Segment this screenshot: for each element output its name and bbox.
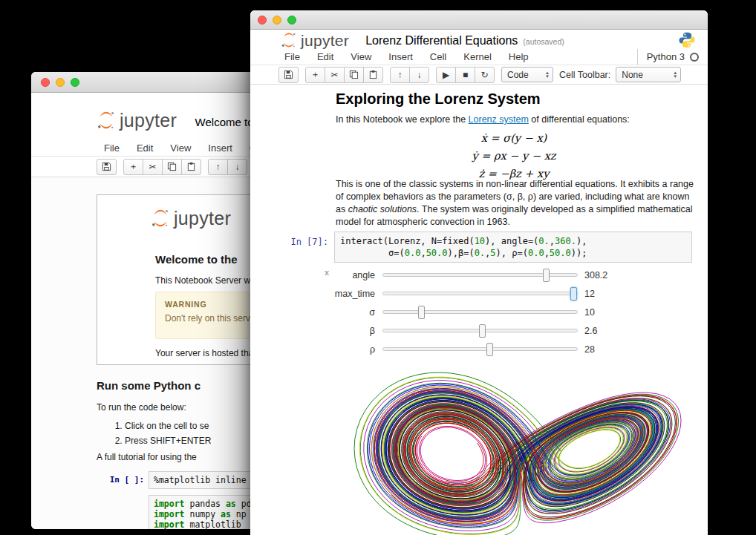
save-button[interactable] (278, 67, 299, 83)
welcome-intro: This Notebook Server was (155, 275, 260, 286)
cell-type-select[interactable]: Code ▲▼ (501, 67, 553, 82)
python-logo-icon (678, 31, 696, 52)
slider-track[interactable] (382, 347, 578, 351)
close-window-button[interactable] (41, 78, 50, 87)
jupyter-logo: jupyter (97, 111, 177, 130)
paste-cell-button[interactable] (181, 159, 201, 175)
select-stepper-icon: ▲▼ (670, 71, 680, 79)
code-input[interactable]: interact(Lorenz, N=fixed(10), angle=(0.,… (334, 232, 692, 263)
fg-menu-insert[interactable]: Insert (388, 51, 413, 62)
fg-menu-bar: FileEditViewInsertCellKernelHelp Python … (250, 49, 708, 65)
slider-handle[interactable] (486, 343, 493, 356)
minimize-window-button[interactable] (273, 16, 281, 24)
slider-value: 28 (584, 344, 595, 355)
slider-group: angle308.2max_time12σ10β2.6ρ28 (250, 266, 708, 358)
widget-close-button[interactable]: x (325, 268, 329, 277)
welcome-heading: Welcome to the (155, 253, 238, 266)
fg-titlebar[interactable] (250, 10, 708, 30)
jupyter-wordmark: jupyter (174, 209, 231, 228)
minimize-window-button[interactable] (56, 78, 65, 87)
jupyter-wordmark: jupyter (301, 33, 349, 48)
cell-toolbar-select[interactable]: None ▲▼ (616, 67, 681, 82)
slider-handle[interactable] (570, 287, 577, 301)
section-intro: To run the code below: (97, 402, 186, 413)
slider-row-angle: angle308.2 (250, 266, 708, 284)
slider-label: ρ (250, 344, 375, 355)
fg-menu-cell[interactable]: Cell (430, 51, 446, 62)
kernel-indicator: Python 3 (637, 49, 708, 65)
slider-track[interactable] (382, 292, 578, 295)
paste-cell-button[interactable] (363, 67, 383, 83)
kernel-status-icon (690, 53, 699, 62)
cell-prompt: In [ ]: (31, 471, 149, 489)
slider-value: 12 (584, 289, 595, 299)
slider-label: σ (250, 307, 375, 318)
jupyter-icon (97, 111, 116, 130)
copy-cell-button[interactable] (344, 67, 364, 83)
slider-label: max_time (250, 289, 375, 299)
slider-track[interactable] (382, 310, 578, 314)
copy-cell-button[interactable] (162, 159, 182, 175)
equation-block: ẋ = σ(y − x)ẏ = ρx − y − xzż = −βz + xy (351, 129, 677, 183)
zoom-window-button[interactable] (287, 16, 296, 24)
lorenz-system-link[interactable]: Lorenz system (469, 114, 529, 125)
markdown-intro: In this Notebook we explore the Lorenz s… (336, 114, 630, 125)
notebook-title[interactable]: Lorenz Differential Equations (365, 34, 518, 47)
section-outro: A full tutorial for using the (97, 452, 197, 462)
list-item: Press SHIFT+ENTER (125, 433, 211, 448)
slider-handle[interactable] (418, 306, 425, 319)
move-cell-down-button[interactable]: ↓ (227, 159, 247, 175)
paste-icon (368, 70, 378, 79)
save-button[interactable] (97, 159, 117, 175)
cell-prompt (31, 495, 149, 529)
move-cell-up-button[interactable]: ↑ (208, 159, 228, 175)
code-line: interact(Lorenz, N=fixed(10), angle=(0.,… (340, 235, 686, 247)
slider-handle[interactable] (479, 324, 486, 338)
slider-value: 308.2 (584, 270, 607, 280)
fg-menu-kernel[interactable]: Kernel (463, 51, 492, 62)
slider-handle[interactable] (543, 269, 550, 282)
move-cell-down-button[interactable]: ↓ (409, 67, 429, 83)
copy-icon (167, 162, 177, 171)
slider-row-max_time: max_time12 (250, 284, 708, 303)
fg-menu-edit[interactable]: Edit (317, 51, 333, 62)
fg-toolbar: ＋ ✂ ↑ ↓ ▶ ■ ↻ Code ▲▼ C (250, 65, 708, 85)
fg-menu-view[interactable]: View (351, 51, 371, 62)
close-window-button[interactable] (258, 16, 267, 24)
zoom-window-button[interactable] (71, 78, 79, 87)
fg-menu-file[interactable]: File (284, 51, 300, 62)
jupyter-wordmark: jupyter (120, 111, 177, 130)
jupyter-logo[interactable]: jupyter (281, 32, 349, 48)
cut-cell-button[interactable]: ✂ (143, 159, 163, 175)
bg-menu-view[interactable]: View (170, 142, 191, 154)
move-cell-up-button[interactable]: ↑ (390, 67, 410, 83)
bg-menu-file[interactable]: File (104, 142, 120, 154)
instruction-list: Click on the cell to sePress SHIFT+ENTER (114, 419, 211, 448)
kernel-name: Python 3 (647, 51, 685, 62)
cut-cell-button[interactable]: ✂ (325, 67, 345, 83)
desktop: jupyter Welcome to Py FileEditViewInsert… (0, 0, 756, 535)
bg-menu-edit[interactable]: Edit (137, 142, 153, 154)
add-cell-button[interactable]: ＋ (123, 159, 143, 175)
lorenz-attractor-plot (347, 365, 688, 535)
markdown-paragraph: This is one of the classic systems in no… (336, 178, 694, 229)
add-cell-button[interactable]: ＋ (305, 67, 325, 83)
jupyter-icon (151, 209, 170, 228)
slider-value: 2.6 (584, 326, 597, 336)
fg-menu-help[interactable]: Help (509, 51, 529, 62)
interrupt-kernel-button[interactable]: ■ (455, 67, 475, 83)
slider-track[interactable] (382, 273, 578, 277)
bg-menu-insert[interactable]: Insert (208, 142, 232, 154)
slider-track[interactable] (382, 329, 578, 332)
run-cell-button[interactable]: ▶ (436, 67, 456, 83)
equation-line: ẋ = σ(y − x) (351, 129, 677, 147)
section-heading: Run some Python c (97, 379, 201, 392)
list-item: Click on the cell to se (125, 419, 211, 433)
slider-value: 10 (584, 307, 595, 318)
intro-text: In this Notebook we explore the (336, 114, 469, 125)
foreground-window: jupyter Lorenz Differential Equations (a… (250, 10, 708, 535)
equation-line: ẏ = ρx − y − xz (351, 147, 677, 165)
slider-row-β: β2.6 (250, 321, 708, 340)
copy-icon (349, 70, 359, 79)
restart-kernel-button[interactable]: ↻ (475, 67, 495, 83)
